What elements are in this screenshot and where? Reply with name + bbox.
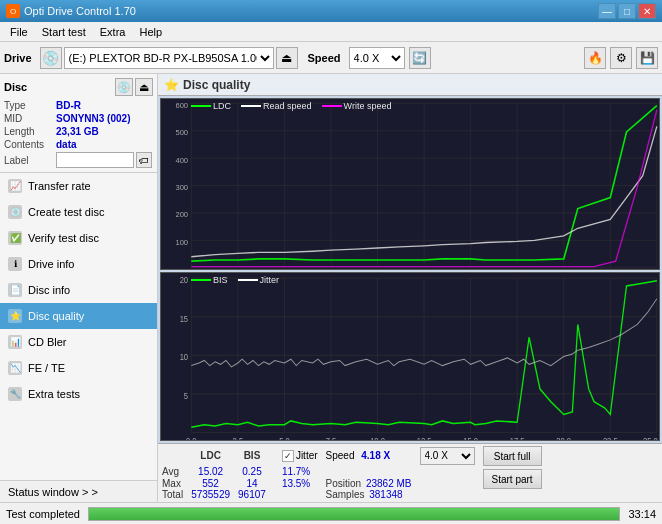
jitter-stats-label: Jitter [296,450,318,461]
speed-stats-label: Speed [326,450,355,461]
verify-test-disc-label: Verify test disc [28,232,99,244]
menu-help[interactable]: Help [133,24,168,40]
bis-header: BIS [238,446,274,465]
menu-start-test[interactable]: Start test [36,24,92,40]
read-speed-color [241,105,261,107]
avg-jitter: 11.7% [282,465,326,477]
sidebar-item-fe-te[interactable]: 📉 FE / TE [0,355,157,381]
sidebar-item-disc-quality[interactable]: ⭐ Disc quality [0,303,157,329]
sidebar-item-create-test-disc[interactable]: 💿 Create test disc [0,199,157,225]
sidebar-nav: 📈 Transfer rate 💿 Create test disc ✅ Ver… [0,173,157,480]
disc-label-input[interactable] [56,152,134,168]
verify-test-disc-icon: ✅ [8,231,22,245]
sidebar-item-cd-bler[interactable]: 📊 CD Bler [0,329,157,355]
menu-file[interactable]: File [4,24,34,40]
drive-select[interactable]: (E:) PLEXTOR BD-R PX-LB950SA 1.06 [64,47,274,69]
drive-icon: 💿 [40,47,62,69]
legend-write-speed: Write speed [322,101,392,111]
speed-label: Speed [308,52,341,64]
sidebar-item-disc-info[interactable]: 📄 Disc info [0,277,157,303]
speed-select[interactable]: 4.0 X 2.0 X 6.0 X 8.0 X [349,47,405,69]
ldc-label: LDC [213,101,231,111]
type-value: BD-R [56,100,81,111]
svg-text:100: 100 [175,238,188,247]
sidebar-item-status-window[interactable]: Status window > > [0,480,157,502]
disc-quality-label: Disc quality [28,310,84,322]
stats-table: LDC BIS ✓ Jitter Speed 4.18 X [162,446,542,500]
close-button[interactable]: ✕ [638,3,656,19]
burn-button[interactable]: 🔥 [584,47,606,69]
ldc-color [191,105,211,107]
progress-bar [88,507,620,521]
sidebar: Disc 💿 ⏏ Type BD-R MID SONYNN3 (002) Len… [0,74,158,502]
sidebar-item-transfer-rate[interactable]: 📈 Transfer rate [0,173,157,199]
sidebar-item-extra-tests[interactable]: 🔧 Extra tests [0,381,157,407]
svg-text:10.0: 10.0 [370,435,385,440]
settings-button[interactable]: ⚙ [610,47,632,69]
length-label: Length [4,126,56,137]
samples-label: Samples [326,489,365,500]
disc-label-btn[interactable]: 🏷 [136,152,152,168]
position-label: Position [326,478,362,489]
content-header: ⭐ Disc quality [158,74,662,96]
type-label: Type [4,100,56,111]
jitter-checkbox[interactable]: ✓ [282,450,294,462]
chart1: LDC Read speed Write speed [160,98,660,270]
status-bar: Test completed 33:14 [0,502,662,524]
contents-label: Contents [4,139,56,150]
svg-text:400: 400 [175,155,188,164]
total-row-label: Total [162,489,191,500]
svg-text:2.5: 2.5 [233,435,244,440]
menu-bar: File Start test Extra Help [0,22,662,42]
svg-text:200: 200 [175,210,188,219]
stats-panel: LDC BIS ✓ Jitter Speed 4.18 X [158,443,662,502]
start-part-button[interactable]: Start part [483,469,542,489]
svg-text:25.0 GB: 25.0 GB [643,435,659,440]
eject-button[interactable]: ⏏ [276,47,298,69]
bis-label: BIS [213,275,228,285]
drive-info-icon: ℹ [8,257,22,271]
create-test-disc-icon: 💿 [8,205,22,219]
svg-text:600: 600 [175,101,188,110]
avg-bis: 0.25 [238,465,274,477]
progress-bar-fill [89,508,619,520]
length-value: 23,31 GB [56,126,99,137]
maximize-button[interactable]: □ [618,3,636,19]
chart2: BIS Jitter [160,272,660,441]
svg-text:22.5: 22.5 [603,435,618,440]
create-test-disc-label: Create test disc [28,206,104,218]
transfer-rate-icon: 📈 [8,179,22,193]
position-value: 23862 MB [366,478,412,489]
samples-value: 381348 [369,489,402,500]
disc-info-icon: 📄 [8,283,22,297]
speed-select-stats[interactable]: 4.0 X 2.0 X 6.0 X [420,447,475,465]
total-ldc: 5735529 [191,489,238,500]
avg-ldc: 15.02 [191,465,238,477]
sidebar-item-verify-test-disc[interactable]: ✅ Verify test disc [0,225,157,251]
save-button[interactable]: 💾 [636,47,658,69]
max-bis: 14 [238,477,274,489]
read-speed-label: Read speed [263,101,312,111]
chart2-svg: 20 15 10 5 0.0 2.5 5.0 7.5 10.0 12.5 15.… [161,273,659,440]
sidebar-item-drive-info[interactable]: ℹ Drive info [0,251,157,277]
content-header-title: Disc quality [183,78,250,92]
drive-label: Drive [4,52,32,64]
disc-icon2: ⏏ [135,78,153,96]
jitter-color [238,279,258,281]
write-speed-label: Write speed [344,101,392,111]
legend-read-speed: Read speed [241,101,312,111]
chart1-legend: LDC Read speed Write speed [191,101,391,111]
refresh-button[interactable]: 🔄 [409,47,431,69]
fe-te-icon: 📉 [8,361,22,375]
start-full-button[interactable]: Start full [483,446,542,466]
content-header-icon: ⭐ [164,78,179,92]
content-area: ⭐ Disc quality LDC Read speed [158,74,662,502]
status-time: 33:14 [628,508,656,520]
speed-stats-value: 4.18 X [361,450,390,461]
menu-extra[interactable]: Extra [94,24,132,40]
minimize-button[interactable]: — [598,3,616,19]
title-bar-left: O Opti Drive Control 1.70 [6,4,136,18]
status-window-label: Status window > > [8,486,98,498]
mid-value: SONYNN3 (002) [56,113,130,124]
max-jitter: 13.5% [282,477,326,489]
